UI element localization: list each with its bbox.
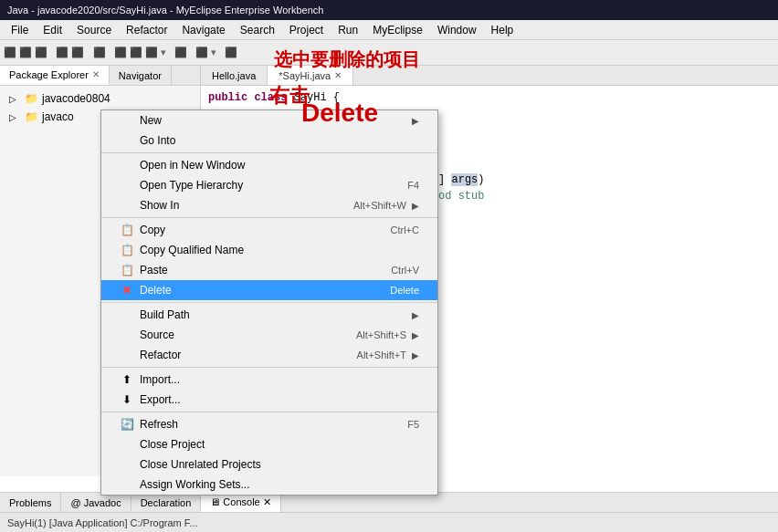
ctx-refactor-arrow: ▶	[412, 350, 419, 360]
tab-problems[interactable]: Problems	[0, 493, 61, 512]
left-panel-tabs: Package Explorer ✕ Navigator	[0, 66, 200, 86]
tab-console[interactable]: 🖥 Console ✕	[201, 493, 280, 512]
title-text: Java - javacode2020/src/SayHi.java - MyE…	[7, 5, 323, 16]
ctx-copy[interactable]: 📋 Copy Ctrl+C	[101, 220, 437, 240]
ctx-refactor[interactable]: Refactor Alt+Shift+T ▶	[101, 345, 437, 365]
package-explorer-close[interactable]: ✕	[92, 69, 100, 79]
ctx-open-type-hierarchy[interactable]: Open Type Hierarchy F4	[101, 175, 437, 195]
import-icon: ⬆	[120, 373, 134, 386]
ctx-delete[interactable]: ✖ Delete Delete	[101, 280, 437, 300]
ctx-sep-2	[101, 217, 437, 218]
ctx-type-hierarchy-shortcut: F4	[407, 180, 419, 191]
menu-navigate[interactable]: Navigate	[174, 22, 232, 38]
ctx-source-shortcut: Alt+Shift+S	[356, 329, 406, 340]
tab-package-explorer[interactable]: Package Explorer ✕	[0, 66, 110, 85]
ctx-assign-sets-label: Assign Working Sets...	[140, 478, 250, 491]
ctx-type-hierarchy-label: Open Type Hierarchy	[140, 179, 243, 192]
ctx-new-arrow: ▶	[412, 116, 419, 126]
ctx-build-path[interactable]: Build Path ▶	[101, 305, 437, 325]
ctx-copy-qualified[interactable]: 📋 Copy Qualified Name	[101, 240, 437, 260]
hello-java-label: Hello.java	[212, 70, 256, 81]
delete-icon: ✖	[120, 284, 134, 297]
menu-myeclipse[interactable]: MyEclipse	[365, 22, 430, 38]
ctx-sep-4	[101, 367, 437, 368]
ctx-import-label: Import...	[140, 373, 180, 386]
toolbar-icons: ⬛ ⬛ ⬛ ⬛ ⬛ ⬛ ⬛ ⬛ ⬛ ▾ ⬛ ⬛ ▾ ⬛	[4, 47, 237, 58]
ctx-import[interactable]: ⬆ Import...	[101, 370, 437, 390]
ctx-close-unrelated[interactable]: Close Unrelated Projects	[101, 454, 437, 475]
tab-declaration[interactable]: Declaration	[131, 493, 202, 512]
ctx-source-arrow: ▶	[412, 330, 419, 340]
tree-item-javacode0804[interactable]: ▷ 📁 javacode0804	[0, 89, 200, 108]
ctx-refactor-label: Refactor	[140, 349, 181, 361]
toolbar: ⬛ ⬛ ⬛ ⬛ ⬛ ⬛ ⬛ ⬛ ⬛ ▾ ⬛ ⬛ ▾ ⬛	[0, 40, 778, 66]
ctx-sep-1	[101, 152, 437, 153]
tab-hello-java[interactable]: Hello.java	[201, 66, 268, 85]
tab-navigator[interactable]: Navigator	[110, 66, 172, 85]
tab-console-label: 🖥 Console ✕	[210, 496, 270, 508]
ctx-paste[interactable]: 📋 Paste Ctrl+V	[101, 260, 437, 280]
menu-help[interactable]: Help	[484, 22, 521, 38]
ctx-new[interactable]: New ▶	[101, 110, 437, 130]
ctx-source[interactable]: Source Alt+Shift+S ▶	[101, 325, 437, 345]
ctx-refresh[interactable]: 🔄 Refresh F5	[101, 414, 437, 434]
copy-icon: 📋	[120, 224, 134, 236]
menu-edit[interactable]: Edit	[36, 22, 69, 38]
menu-refactor[interactable]: Refactor	[119, 22, 174, 38]
ctx-paste-label: Paste	[140, 264, 168, 276]
ctx-export[interactable]: ⬇ Export...	[101, 390, 437, 410]
ctx-copy-label: Copy	[140, 224, 165, 236]
project-label: javacode0804	[42, 92, 110, 105]
ctx-refresh-label: Refresh	[140, 418, 178, 431]
ctx-open-window-label: Open in New Window	[140, 159, 245, 172]
code-line-1: public class SayHi {	[208, 89, 771, 106]
ctx-refactor-shortcut: Alt+Shift+T	[357, 349, 406, 360]
ctx-sep-3	[101, 302, 437, 303]
ctx-copy-shortcut: Ctrl+C	[391, 224, 419, 235]
editor-tabs: Hello.java *SayHi.java ✕	[201, 66, 778, 86]
tab-sayhi-java[interactable]: *SayHi.java ✕	[268, 66, 353, 85]
package-explorer-label: Package Explorer	[9, 69, 89, 80]
tab-declaration-label: Declaration	[141, 497, 192, 508]
menu-window[interactable]: Window	[430, 22, 484, 38]
export-icon: ⬇	[120, 393, 134, 406]
context-menu: New ▶ Go Into Open in New Window Open Ty…	[100, 110, 438, 495]
project-icon-2: 📁	[24, 110, 38, 124]
ctx-show-in-label: Show In	[140, 199, 179, 212]
ctx-show-in-arrow: ▶	[412, 201, 419, 211]
ctx-source-label: Source	[140, 329, 174, 341]
refresh-icon: 🔄	[120, 418, 134, 431]
ctx-go-into-label: Go Into	[140, 134, 175, 147]
ctx-open-new-window[interactable]: Open in New Window	[101, 155, 437, 175]
project-icon: 📁	[24, 91, 38, 106]
ctx-refresh-shortcut: F5	[407, 419, 419, 430]
navigator-label: Navigator	[119, 70, 162, 81]
menu-run[interactable]: Run	[331, 22, 365, 38]
ctx-new-label: New	[140, 114, 162, 127]
ctx-close-project-label: Close Project	[140, 438, 205, 451]
ctx-paste-shortcut: Ctrl+V	[391, 265, 419, 276]
title-bar: Java - javacode2020/src/SayHi.java - MyE…	[0, 0, 778, 20]
ctx-export-label: Export...	[140, 393, 181, 406]
tab-javadoc[interactable]: @ Javadoc	[61, 493, 131, 512]
ctx-go-into[interactable]: Go Into	[101, 130, 437, 151]
menu-file[interactable]: File	[4, 22, 36, 38]
menu-search[interactable]: Search	[233, 22, 282, 38]
ctx-close-unrelated-label: Close Unrelated Projects	[140, 458, 261, 471]
ctx-build-path-label: Build Path	[140, 308, 190, 321]
ctx-copy-qualified-label: Copy Qualified Name	[140, 244, 244, 256]
menu-project[interactable]: Project	[282, 22, 331, 38]
ctx-close-project[interactable]: Close Project	[101, 434, 437, 454]
tab-close[interactable]: ✕	[334, 70, 342, 80]
ctx-sep-5	[101, 412, 437, 412]
ctx-delete-shortcut: Delete	[390, 285, 419, 296]
sayhi-java-label: *SayHi.java	[279, 70, 331, 81]
project-label-2: javaco	[42, 110, 74, 123]
status-text: SayHi(1) [Java Application] C:/Program F…	[7, 517, 197, 528]
paste-icon: 📋	[120, 264, 134, 276]
ctx-assign-working-sets[interactable]: Assign Working Sets...	[101, 475, 437, 495]
ctx-show-in[interactable]: Show In Alt+Shift+W ▶	[101, 195, 437, 215]
menu-source[interactable]: Source	[69, 22, 119, 38]
expand-icon-2: ▷	[5, 110, 20, 124]
tab-problems-label: Problems	[9, 497, 51, 508]
